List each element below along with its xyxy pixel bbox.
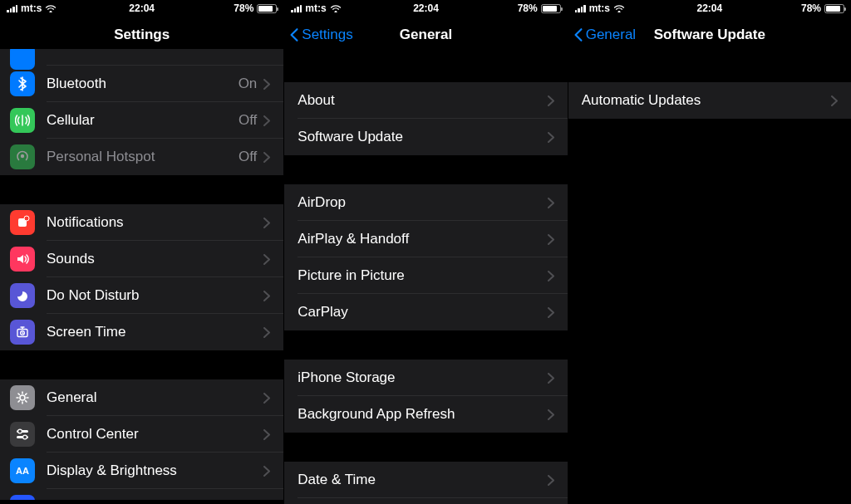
- row-sounds[interactable]: Sounds: [0, 241, 283, 277]
- row-general[interactable]: General: [0, 379, 283, 416]
- row-label: Date & Time: [298, 472, 547, 488]
- wifi-icon: [45, 4, 57, 12]
- row-about[interactable]: About: [284, 82, 567, 119]
- pane-general: mt:s 22:04 78% Settings General About So…: [283, 0, 567, 504]
- page-title: Software Update: [654, 27, 765, 43]
- row-software-update[interactable]: Software Update: [284, 119, 567, 155]
- page-title: General: [400, 27, 452, 43]
- chevron-right-icon: [548, 198, 554, 208]
- row-label: Picture in Picture: [298, 267, 547, 284]
- clock-label: 22:04: [413, 2, 439, 14]
- status-bar: mt:s 22:04 78%: [0, 0, 283, 17]
- pane-software-update: mt:s 22:04 78% General Software Update A…: [568, 0, 851, 504]
- row-home-screen[interactable]: Home Screen: [0, 489, 283, 500]
- row-notifications[interactable]: Notifications: [0, 204, 283, 241]
- chevron-right-icon: [548, 373, 554, 384]
- row-label: AirDrop: [298, 194, 547, 211]
- row-label: About: [298, 92, 547, 109]
- battery-pct-label: 78%: [801, 2, 821, 14]
- chevron-right-icon: [548, 409, 554, 420]
- chevron-right-icon: [548, 475, 554, 486]
- chevron-right-icon: [263, 466, 270, 477]
- row-label: Software Update: [298, 129, 547, 145]
- screentime-icon: [10, 320, 35, 345]
- row-iphone-storage[interactable]: iPhone Storage: [284, 360, 567, 396]
- signal-icon: [291, 4, 302, 12]
- battery-icon: [541, 4, 561, 13]
- row-label: Personal Hotspot: [47, 149, 239, 165]
- row-label: AirPlay & Handoff: [298, 231, 547, 247]
- row-label: Home Screen: [47, 499, 263, 500]
- row-label: iPhone Storage: [298, 369, 547, 386]
- battery-pct-label: 78%: [518, 2, 538, 14]
- chevron-right-icon: [548, 95, 554, 106]
- row-label: Sounds: [47, 251, 263, 267]
- group-input: Date & Time Keyboard Fonts: [284, 462, 567, 504]
- row-label: Display & Brightness: [47, 462, 263, 479]
- chevron-right-icon: [263, 429, 270, 440]
- chevron-right-icon: [263, 254, 270, 265]
- signal-icon: [575, 4, 586, 12]
- chevron-right-icon: [263, 115, 270, 126]
- chevron-right-icon: [263, 79, 270, 90]
- row-cellular[interactable]: Cellular Off: [0, 102, 283, 139]
- chevron-right-icon: [263, 327, 270, 338]
- sounds-icon: [10, 247, 35, 272]
- row-label: Cellular: [47, 112, 239, 129]
- row-label: Do Not Disturb: [47, 287, 263, 304]
- row-airplay-handoff[interactable]: AirPlay & Handoff: [284, 221, 567, 257]
- row-personal-hotspot[interactable]: Personal Hotspot Off: [0, 139, 283, 175]
- display-icon: [10, 458, 35, 483]
- hotspot-icon: [10, 144, 35, 169]
- row-label: Automatic Updates: [582, 92, 831, 109]
- row-bluetooth[interactable]: Bluetooth On: [0, 66, 283, 102]
- row-value: Off: [239, 112, 257, 129]
- battery-pct-label: 78%: [234, 2, 253, 14]
- row-label: General: [47, 389, 263, 406]
- chevron-right-icon: [831, 95, 838, 106]
- controlcenter-icon: [10, 422, 35, 447]
- chevron-left-icon: [573, 27, 583, 43]
- carrier-label: mt:s: [305, 2, 326, 14]
- battery-icon: [824, 4, 844, 13]
- row-value: Off: [239, 149, 257, 165]
- wifi-icon: [613, 4, 625, 12]
- cellular-icon: [10, 108, 35, 133]
- back-label: General: [586, 27, 636, 43]
- navbar-general: Settings General: [284, 17, 567, 53]
- bluetooth-icon: [10, 71, 35, 96]
- row-keyboard[interactable]: Keyboard: [284, 498, 567, 504]
- row-airdrop[interactable]: AirDrop: [284, 184, 567, 221]
- row-label: Notifications: [47, 214, 263, 231]
- chevron-right-icon: [263, 218, 270, 228]
- row-date-time[interactable]: Date & Time: [284, 462, 567, 498]
- group-sharing: AirDrop AirPlay & Handoff Picture in Pic…: [284, 184, 567, 330]
- row-display-brightness[interactable]: Display & Brightness: [0, 453, 283, 489]
- homescreen-icon: [10, 495, 35, 500]
- row-label: Bluetooth: [47, 76, 239, 92]
- row-value: On: [239, 76, 258, 92]
- pane-settings: mt:s 22:04 78% Settings Bluetoo: [0, 0, 283, 504]
- row-label: CarPlay: [298, 304, 547, 321]
- row-automatic-updates[interactable]: Automatic Updates: [568, 82, 851, 119]
- row-carplay[interactable]: CarPlay: [284, 294, 567, 330]
- row-control-center[interactable]: Control Center: [0, 416, 283, 453]
- row-background-app-refresh[interactable]: Background App Refresh: [284, 396, 567, 433]
- back-button[interactable]: General: [573, 17, 636, 53]
- chevron-right-icon: [263, 393, 270, 404]
- back-button[interactable]: Settings: [289, 17, 352, 53]
- group-storage: iPhone Storage Background App Refresh: [284, 360, 567, 433]
- dnd-icon: [10, 283, 35, 308]
- battery-icon: [257, 4, 277, 13]
- triptych: mt:s 22:04 78% Settings Bluetoo: [0, 0, 851, 504]
- row-picture-in-picture[interactable]: Picture in Picture: [284, 257, 567, 294]
- chevron-right-icon: [548, 234, 554, 245]
- row-label: Background App Refresh: [298, 406, 547, 423]
- row-screen-time[interactable]: Screen Time: [0, 314, 283, 350]
- chevron-right-icon: [263, 291, 270, 301]
- row-label: Control Center: [47, 426, 263, 443]
- group-about: About Software Update: [284, 82, 567, 155]
- chevron-right-icon: [548, 271, 554, 281]
- row-partial-top[interactable]: [0, 49, 283, 66]
- row-do-not-disturb[interactable]: Do Not Disturb: [0, 277, 283, 314]
